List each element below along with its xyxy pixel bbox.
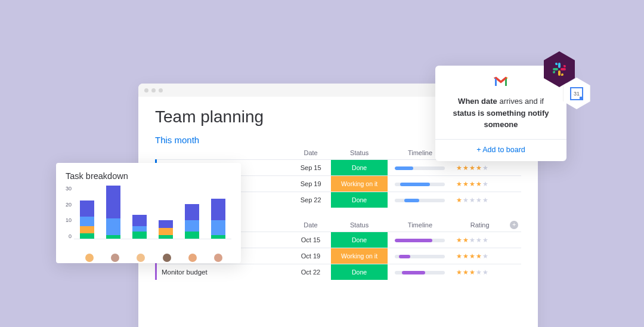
rating-cell[interactable]: ★★★★★: [453, 264, 507, 280]
rating-cell[interactable]: ★★★★★: [453, 176, 507, 192]
star-icon: ★: [469, 252, 475, 260]
bar-column: [78, 200, 96, 239]
timeline-cell[interactable]: [388, 232, 453, 248]
y-tick-label: 0: [66, 233, 72, 239]
timeline-cell[interactable]: [388, 160, 453, 176]
task-breakdown-card: Task breakdown 3020100: [56, 163, 241, 263]
star-icon: ★: [463, 196, 469, 204]
timeline-cell[interactable]: [388, 264, 453, 280]
bar-column: [104, 186, 122, 239]
traffic-light-icon: [151, 88, 156, 92]
card-title: Task breakdown: [66, 171, 231, 181]
bar-segment: [80, 200, 94, 217]
bar-segment: [185, 204, 199, 221]
bar-segment: [106, 218, 120, 235]
status-pill[interactable]: Done: [331, 160, 387, 175]
avatar: [111, 254, 119, 262]
star-icon: ★: [456, 252, 462, 260]
rating-cell[interactable]: ★★★★★: [453, 232, 507, 248]
bar-segment: [159, 228, 173, 235]
column-header-timeline[interactable]: Timeline: [388, 218, 453, 232]
gmail-icon: [494, 76, 508, 90]
automation-popover: When date arrives and if status is somet…: [435, 66, 566, 161]
stacked-bar-chart: 3020100: [66, 184, 231, 251]
star-icon: ★: [482, 196, 488, 204]
column-header-status[interactable]: Status: [331, 218, 387, 232]
bar-column: [183, 204, 201, 239]
star-icon: ★: [482, 180, 488, 188]
bar-segment: [211, 235, 225, 239]
traffic-light-icon: [159, 88, 163, 92]
bar-segment: [106, 186, 120, 218]
bar-segment: [211, 220, 225, 235]
rating-cell[interactable]: ★★★★★: [453, 192, 507, 208]
task-name-cell[interactable]: Monitor budget: [156, 264, 290, 280]
bar-column: [131, 215, 148, 239]
date-cell[interactable]: Sep 22: [290, 192, 332, 208]
y-tick-label: 30: [66, 186, 72, 192]
star-icon: ★: [482, 164, 488, 172]
traffic-light-icon: [144, 88, 148, 92]
status-pill[interactable]: Working on it: [331, 176, 387, 192]
star-icon: ★: [456, 236, 462, 244]
add-to-board-button[interactable]: + Add to board: [446, 146, 556, 154]
timeline-cell[interactable]: [388, 176, 453, 192]
y-tick-label: 20: [66, 202, 72, 208]
table-row[interactable]: Monitor budgetOct 22Done★★★★★: [156, 264, 522, 280]
star-icon: ★: [476, 164, 482, 172]
bar-segment: [185, 232, 199, 239]
timeline-cell[interactable]: [388, 248, 453, 264]
star-icon: ★: [469, 164, 475, 172]
star-icon: ★: [469, 269, 475, 276]
star-icon: ★: [476, 180, 482, 188]
bar-segment: [159, 220, 173, 227]
star-icon: ★: [469, 196, 475, 204]
status-pill[interactable]: Done: [331, 232, 387, 248]
star-icon: ★: [463, 164, 469, 172]
column-header-date[interactable]: Date: [290, 218, 332, 232]
star-icon: ★: [469, 180, 475, 188]
star-icon: ★: [463, 252, 469, 260]
star-icon: ★: [476, 252, 482, 260]
avatar: [214, 254, 222, 262]
bar-column: [209, 199, 227, 239]
star-icon: ★: [456, 164, 462, 172]
column-header-date[interactable]: Date: [290, 146, 332, 160]
avatar: [137, 254, 145, 262]
bar-segment: [106, 235, 120, 239]
star-icon: ★: [469, 236, 475, 244]
star-icon: ★: [456, 180, 462, 188]
column-header-rating[interactable]: Rating: [453, 218, 507, 232]
avatar: [163, 254, 171, 262]
star-icon: ★: [463, 180, 469, 188]
bar-segment: [132, 232, 147, 239]
bar-segment: [80, 217, 94, 226]
star-icon: ★: [476, 196, 482, 204]
rating-cell[interactable]: ★★★★★: [453, 248, 507, 264]
automation-recipe-text: When date arrives and if status is somet…: [446, 95, 556, 131]
date-cell[interactable]: Sep 15: [290, 160, 332, 176]
star-icon: ★: [476, 269, 482, 276]
date-cell[interactable]: Sep 19: [290, 176, 332, 192]
column-header-status[interactable]: Status: [331, 146, 387, 160]
status-pill[interactable]: Working on it: [331, 248, 387, 264]
timeline-cell[interactable]: [388, 192, 453, 208]
star-icon: ★: [476, 236, 482, 244]
divider: [435, 139, 566, 140]
date-cell[interactable]: Oct 19: [290, 248, 332, 264]
bar-column: [157, 220, 175, 239]
bar-segment: [132, 215, 147, 226]
rating-cell[interactable]: ★★★★★: [453, 160, 507, 176]
status-pill[interactable]: Done: [331, 264, 387, 280]
date-cell[interactable]: Oct 15: [290, 232, 332, 248]
avatar: [85, 254, 94, 262]
add-column-button[interactable]: +: [510, 221, 518, 229]
star-icon: ★: [482, 236, 488, 244]
y-tick-label: 10: [66, 217, 72, 223]
star-icon: ★: [463, 269, 469, 276]
bar-segment: [132, 226, 147, 232]
star-icon: ★: [482, 269, 488, 276]
date-cell[interactable]: Oct 22: [290, 264, 332, 280]
status-pill[interactable]: Done: [331, 192, 387, 208]
bar-segment: [211, 199, 225, 221]
